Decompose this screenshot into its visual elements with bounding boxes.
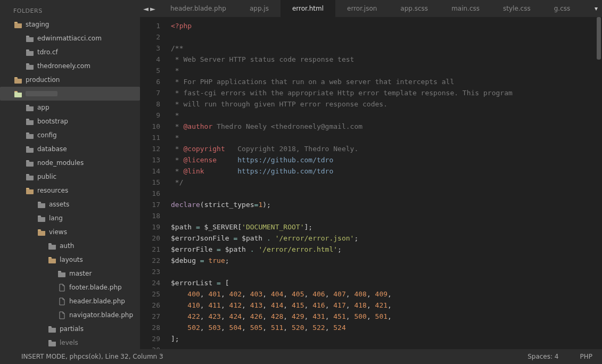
code-line[interactable]: * @copyright Copyright 2018, Thedro Neel… xyxy=(171,143,513,154)
code-line[interactable]: $errorList = [ xyxy=(171,277,513,288)
status-spaces[interactable]: Spaces: 4 xyxy=(527,353,558,360)
tree-file[interactable]: navigator.blade.php xyxy=(0,308,140,322)
tab-label: g.css xyxy=(554,5,571,12)
code-line[interactable]: 502, 503, 504, 505, 511, 520, 522, 524 xyxy=(171,322,513,333)
tab-bar: ◄ ► header.blade.phpapp.jserror.htmlerro… xyxy=(140,0,602,17)
tab[interactable]: app.scss xyxy=(389,0,440,17)
code-line[interactable]: $errorJsonFile = $path . '/error/error.j… xyxy=(171,233,513,244)
line-number: 9 xyxy=(140,110,160,121)
code-line[interactable]: * fast-cgi errors with the appropriate H… xyxy=(171,87,513,98)
tree-folder[interactable]: app xyxy=(0,101,140,114)
tree-folder[interactable]: auth xyxy=(0,239,140,253)
tree-folder[interactable] xyxy=(0,87,140,101)
tab[interactable]: style.css xyxy=(491,0,542,17)
tab[interactable]: header.blade.php xyxy=(159,0,238,17)
code-line[interactable] xyxy=(171,344,513,349)
tree-folder[interactable]: views xyxy=(0,225,140,239)
code-line[interactable] xyxy=(171,266,513,277)
vertical-scrollbar[interactable] xyxy=(597,17,602,347)
code-line[interactable]: declare(strict_types=1); xyxy=(171,199,513,210)
tree-item-label: lang xyxy=(49,214,63,222)
folder-icon xyxy=(37,214,46,222)
code-line[interactable] xyxy=(171,31,513,43)
code-line[interactable]: $errorFile = $path . '/error/error.html'… xyxy=(171,244,513,255)
status-language[interactable]: PHP xyxy=(580,353,593,360)
code-line[interactable]: * @link https://github.com/tdro xyxy=(171,166,513,177)
tree-folder[interactable]: thedroneely.com xyxy=(0,59,140,73)
code-content[interactable]: <?php /** * Web Server HTTP status code … xyxy=(166,17,513,349)
tab-overflow-icon[interactable]: ▾ xyxy=(590,0,602,17)
tree-item-label: navigator.blade.php xyxy=(69,311,133,319)
tree-folder[interactable]: config xyxy=(0,128,140,142)
sidebar-title: FOLDERS xyxy=(0,7,140,14)
tree-folder[interactable]: layouts xyxy=(0,253,140,267)
tab-prev-icon[interactable]: ◄ xyxy=(143,5,149,13)
tree-folder[interactable]: master xyxy=(0,267,140,280)
line-number: 1 xyxy=(140,20,160,31)
tree-folder[interactable]: edwinmattiacci.com xyxy=(0,31,140,45)
code-line[interactable]: 422, 423, 424, 426, 428, 429, 431, 451, … xyxy=(171,311,513,322)
code-line[interactable] xyxy=(171,188,513,199)
code-line[interactable]: * For PHP applications that run on a web… xyxy=(171,76,513,87)
code-line[interactable]: <?php xyxy=(171,20,513,31)
tab[interactable]: app.js xyxy=(238,0,281,17)
tree-folder[interactable]: public xyxy=(0,170,140,184)
code-line[interactable] xyxy=(171,210,513,221)
tree-item-label: node_modules xyxy=(37,159,84,167)
tree-file[interactable]: header.blade.php xyxy=(0,294,140,308)
code-line[interactable]: * will run through given HTTP error resp… xyxy=(171,98,513,110)
folder-icon xyxy=(48,339,56,346)
code-line[interactable]: 400, 401, 402, 403, 404, 405, 406, 407, … xyxy=(171,288,513,300)
code-line[interactable]: $path = $_SERVER['DOCUMENT_ROOT']; xyxy=(171,221,513,233)
code-line[interactable]: * Web Server HTTP status code response t… xyxy=(171,54,513,65)
tree-item-label: thedroneely.com xyxy=(37,62,90,70)
line-number: 3 xyxy=(140,43,160,54)
tree-folder[interactable]: resources xyxy=(0,184,140,197)
code-line[interactable]: * xyxy=(171,65,513,76)
folder-open-icon xyxy=(48,256,56,263)
code-line[interactable]: 410, 411, 412, 413, 414, 415, 416, 417, … xyxy=(171,300,513,311)
tree-item-label: app xyxy=(37,104,50,111)
code-line[interactable]: /** xyxy=(171,43,513,54)
tree-item-label: config xyxy=(37,131,57,139)
tree-item-label: bootstrap xyxy=(37,118,68,125)
tab[interactable]: error.json xyxy=(335,0,389,17)
tree-folder[interactable]: partials xyxy=(0,322,140,336)
code-line[interactable]: $debug = true; xyxy=(171,255,513,266)
code-line[interactable]: ]; xyxy=(171,333,513,344)
folder-open-icon xyxy=(14,21,22,28)
tree-folder[interactable]: node_modules xyxy=(0,156,140,170)
tree-folder[interactable]: staging xyxy=(0,18,140,31)
code-line[interactable]: * xyxy=(171,110,513,121)
code-editor[interactable]: 1234567891011121314151617181920212223242… xyxy=(140,17,602,349)
tree-folder[interactable]: tdro.cf xyxy=(0,45,140,59)
line-number: 15 xyxy=(140,177,160,188)
tree-folder[interactable]: lang xyxy=(0,211,140,225)
tab[interactable]: g.css xyxy=(542,0,582,17)
code-line[interactable]: * xyxy=(171,132,513,143)
folder-icon xyxy=(26,145,34,153)
tree-file[interactable]: footer.blade.php xyxy=(0,280,140,294)
tab[interactable]: error.html xyxy=(281,0,335,17)
line-number: 30 xyxy=(140,344,160,349)
tree-item-label: header.blade.php xyxy=(69,297,125,305)
line-number: 10 xyxy=(140,121,160,132)
code-line[interactable]: * @author Thedro Neely <thedroneely@gmai… xyxy=(171,121,513,132)
tree-item-label: layouts xyxy=(60,256,83,263)
line-number: 20 xyxy=(140,233,160,244)
tab-label: app.scss xyxy=(400,5,428,12)
tree-folder[interactable]: levels xyxy=(0,336,140,349)
line-number: 5 xyxy=(140,65,160,76)
tree-folder[interactable]: assets xyxy=(0,197,140,211)
scrollbar-thumb[interactable] xyxy=(597,17,601,60)
tab[interactable]: main.css xyxy=(440,0,491,17)
code-line[interactable]: */ xyxy=(171,177,513,188)
code-line[interactable]: * @license https://github.com/tdro xyxy=(171,154,513,166)
tree-folder[interactable]: production xyxy=(0,73,140,87)
line-number: 6 xyxy=(140,76,160,87)
tab-next-icon[interactable]: ► xyxy=(150,5,155,13)
editor-area: ◄ ► header.blade.phpapp.jserror.htmlerro… xyxy=(140,0,602,349)
tree-folder[interactable]: bootstrap xyxy=(0,114,140,128)
tree-item-label: production xyxy=(26,76,60,84)
tree-folder[interactable]: database xyxy=(0,142,140,156)
